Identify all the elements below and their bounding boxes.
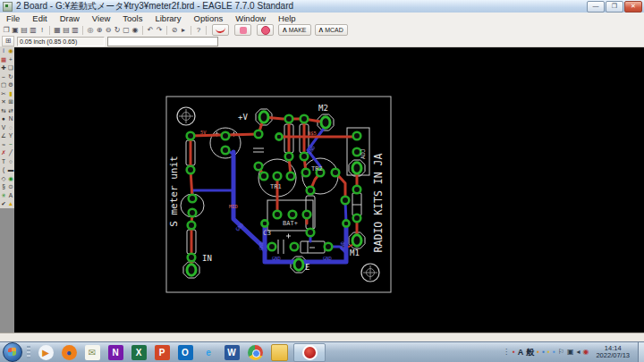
- zoom-select-icon[interactable]: ▢: [122, 25, 131, 35]
- taskbar-eagle-active-frame[interactable]: [293, 343, 326, 362]
- maximize-button[interactable]: ❐: [606, 1, 623, 13]
- layer-settings-icon[interactable]: ▦: [53, 25, 62, 35]
- command-line-input[interactable]: [107, 37, 218, 46]
- menu-library[interactable]: Library: [148, 13, 187, 23]
- ime-conversion-mode[interactable]: 般: [526, 347, 534, 358]
- taskbar-media-player[interactable]: ▶: [38, 345, 54, 360]
- signal-icon[interactable]: §: [0, 182, 7, 191]
- taskbar-internet-explorer[interactable]: e: [201, 345, 216, 360]
- start-button[interactable]: [3, 342, 22, 362]
- library-table-icon[interactable]: ▤: [62, 25, 71, 35]
- split-icon[interactable]: Y: [7, 131, 14, 140]
- mcad-button[interactable]: ΛMCAD: [315, 24, 348, 36]
- run-ulp-icon[interactable]: !: [38, 25, 47, 35]
- taskbar-eagle[interactable]: [302, 345, 318, 360]
- zoom-redraw-icon[interactable]: ↻: [113, 25, 122, 35]
- tray-alert-icon[interactable]: ◉: [582, 345, 589, 359]
- group-icon[interactable]: ▢: [0, 80, 7, 89]
- tray-network-icon[interactable]: ▣: [567, 345, 574, 359]
- tray-volume-icon[interactable]: ◂: [576, 345, 580, 359]
- ratsnest-icon[interactable]: ✳: [0, 191, 7, 200]
- taskbar-outlook[interactable]: O: [178, 345, 193, 360]
- menu-view[interactable]: View: [86, 13, 116, 23]
- taskbar-firefox[interactable]: ●: [62, 345, 77, 360]
- display-icon[interactable]: ▦: [0, 55, 7, 64]
- route-icon[interactable]: ~: [7, 140, 14, 149]
- taskbar-word[interactable]: W: [225, 345, 240, 360]
- cam-processor-icon[interactable]: ▥: [29, 25, 38, 35]
- pcb-canvas[interactable]: S meter unitRADIO KITS IN JA+VM2INM1EC3T…: [14, 46, 644, 333]
- taskbar-clock[interactable]: 14:14 2022/07/13: [596, 345, 630, 360]
- taskbar-mail[interactable]: ✉: [85, 345, 100, 360]
- taskbar-handle[interactable]: [27, 346, 30, 358]
- ripup-icon[interactable]: ✗: [0, 148, 7, 157]
- wire-icon[interactable]: ╱: [7, 148, 14, 157]
- mirror-icon[interactable]: ⇔: [0, 72, 7, 81]
- menu-file[interactable]: File: [0, 13, 26, 23]
- minimize-button[interactable]: —: [587, 1, 605, 13]
- open-icon[interactable]: ❐: [2, 25, 11, 35]
- errors-icon[interactable]: ▲: [7, 199, 14, 208]
- taskbar-chrome[interactable]: [248, 345, 263, 360]
- value-icon[interactable]: V: [0, 123, 7, 132]
- hole-icon[interactable]: ⊙: [7, 182, 14, 191]
- menu-window[interactable]: Window: [229, 13, 272, 23]
- tray-app-icon-1[interactable]: ▪: [537, 345, 539, 359]
- pcb-vendor-button-1[interactable]: [212, 24, 229, 36]
- smash-icon[interactable]: ◌: [7, 123, 14, 132]
- info-icon[interactable]: i: [0, 46, 7, 55]
- menu-options[interactable]: Options: [188, 13, 230, 23]
- taskbar-onenote[interactable]: N: [108, 345, 123, 360]
- show-icon[interactable]: ◉: [7, 46, 14, 55]
- help-icon[interactable]: ?: [194, 25, 203, 35]
- ime-input-mode[interactable]: A: [518, 348, 524, 357]
- arc-icon[interactable]: (: [0, 165, 7, 174]
- polygon-icon[interactable]: ◇: [0, 174, 7, 183]
- menu-draw[interactable]: Draw: [54, 13, 86, 23]
- pinswap-icon[interactable]: ⇆: [0, 106, 7, 115]
- menu-edit[interactable]: Edit: [26, 13, 53, 23]
- tray-app-icon-4[interactable]: ▪: [553, 345, 555, 359]
- delete-icon[interactable]: ✕: [0, 97, 7, 106]
- optimize-icon[interactable]: ≈: [0, 140, 7, 149]
- circle-icon[interactable]: ○: [7, 157, 14, 166]
- mark-icon[interactable]: +: [7, 55, 14, 64]
- zoom-fit-icon[interactable]: ◎: [86, 25, 95, 35]
- redo-icon[interactable]: ↷: [155, 25, 164, 35]
- grid-button[interactable]: ⊞: [2, 36, 14, 46]
- save-icon[interactable]: ▣: [11, 25, 20, 35]
- drc-icon[interactable]: ✔: [0, 199, 7, 208]
- taskbar-powerpoint[interactable]: P: [155, 345, 170, 360]
- menu-help[interactable]: Help: [272, 13, 302, 23]
- close-button[interactable]: ✕: [624, 1, 642, 13]
- replace-icon[interactable]: ⇄: [7, 106, 14, 115]
- name-icon[interactable]: N: [7, 114, 14, 123]
- tray-security-icon[interactable]: ▪: [513, 345, 515, 359]
- pcb-vendor-button-3[interactable]: [257, 24, 274, 36]
- paste-icon[interactable]: ▮: [7, 89, 14, 98]
- options-grid-icon[interactable]: ▥: [71, 25, 80, 35]
- undo-icon[interactable]: ↶: [146, 25, 155, 35]
- go-icon[interactable]: ▸: [179, 25, 188, 35]
- pcb-vendor-button-2[interactable]: [234, 24, 251, 36]
- via-icon[interactable]: ◉: [7, 174, 14, 183]
- show-desktop-button[interactable]: [638, 342, 644, 362]
- menu-tools[interactable]: Tools: [116, 13, 148, 23]
- copy-icon[interactable]: ❏: [7, 63, 14, 72]
- tray-app-icon-3[interactable]: ▪: [547, 345, 550, 359]
- taskbar-excel[interactable]: X: [131, 345, 147, 360]
- taskbar-explorer[interactable]: [271, 344, 288, 361]
- change-icon[interactable]: ⚙: [7, 80, 14, 89]
- tray-flag-icon[interactable]: ⚐: [558, 345, 564, 359]
- make-button[interactable]: ΛMAKE: [278, 24, 311, 36]
- text-icon[interactable]: T: [0, 157, 7, 166]
- tray-app-icon-2[interactable]: ▪: [542, 345, 545, 359]
- add-icon[interactable]: ⊞: [7, 97, 14, 106]
- rotate-icon[interactable]: ↻: [7, 72, 14, 81]
- print-icon[interactable]: ▤: [20, 25, 29, 35]
- stop-icon[interactable]: ⊘: [170, 25, 179, 35]
- move-icon[interactable]: ✚: [0, 63, 7, 72]
- tray-overflow-icon[interactable]: ⋮: [503, 345, 510, 359]
- zoom-out-icon[interactable]: ⊖: [104, 25, 113, 35]
- cut-icon[interactable]: ✂: [0, 89, 7, 98]
